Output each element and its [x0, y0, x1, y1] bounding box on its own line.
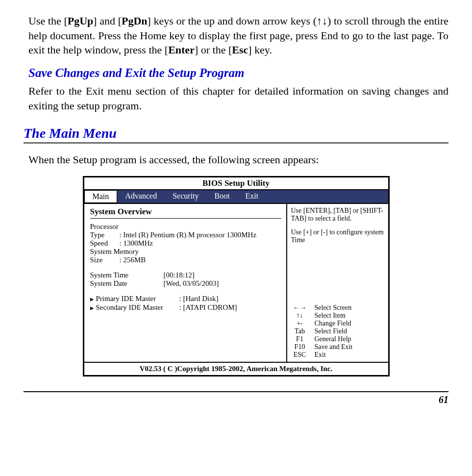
- label-type: Type: [90, 231, 120, 239]
- submenu-arrow-icon: ▸: [90, 295, 96, 303]
- text-segment: ] key.: [248, 44, 272, 56]
- page: Use the [PgUp] and [PgDn] keys or the up…: [0, 0, 472, 415]
- subheading-save-exit: Save Changes and Exit the Setup Program: [28, 66, 448, 80]
- key-icon: ESC: [291, 351, 309, 359]
- key-esc: Esc: [232, 44, 248, 56]
- value-system-time: [00:18:12]: [164, 271, 195, 279]
- key-pgup: PgUp: [68, 15, 94, 27]
- label-speed: Speed: [90, 239, 120, 248]
- heading-main-menu: The Main Menu: [24, 125, 448, 141]
- key-pgdn: PgDn: [122, 15, 148, 27]
- label-system-time: System Time: [90, 271, 164, 279]
- key-row: +-Change Field: [291, 320, 384, 327]
- key-row: ESCExit: [291, 351, 384, 359]
- key-desc: Change Field: [315, 320, 351, 327]
- key-icon: F1: [291, 335, 309, 343]
- value-type: Intel (R) Pentium (R) M processor 1300MH…: [120, 231, 257, 239]
- key-desc: Select Screen: [315, 304, 352, 312]
- bios-tab-main: Main: [84, 190, 118, 203]
- row-system-time: System Time [00:18:12]: [90, 271, 281, 279]
- key-row: TabSelect Field: [291, 327, 384, 335]
- label-primary-ide: Primary IDE Master: [96, 295, 179, 303]
- arrow-up-down-icon: ↑↓: [317, 15, 327, 27]
- key-row: ←→Select Screen: [291, 304, 384, 312]
- page-number: 61: [24, 391, 448, 405]
- system-overview-heading: System Overview: [90, 207, 281, 219]
- bios-left-panel: System Overview Processor Type Intel (R)…: [84, 204, 287, 362]
- system-memory-heading: System Memory: [90, 248, 281, 256]
- bios-tab-advanced: Advanced: [117, 190, 165, 203]
- paragraph-help-keys: Use the [PgUp] and [PgDn] keys or the up…: [28, 14, 448, 57]
- row-speed: Speed 1300MHz: [90, 239, 281, 248]
- key-legend: ←→Select Screen ↑↓Select Item +-Change F…: [291, 304, 384, 359]
- bios-body: System Overview Processor Type Intel (R)…: [84, 203, 388, 362]
- heading-divider: [24, 142, 448, 144]
- key-desc: Save and Exit: [315, 343, 353, 351]
- label-size: Size: [90, 256, 120, 264]
- bios-tab-exit: Exit: [238, 190, 267, 203]
- value-speed: 1300MHz: [120, 239, 153, 248]
- paragraph-setup-accessed: When the Setup program is accessed, the …: [28, 152, 448, 167]
- key-desc: Exit: [315, 351, 326, 359]
- key-desc: Select Field: [315, 327, 348, 335]
- processor-heading: Processor: [90, 223, 281, 231]
- key-row: F1General Help: [291, 335, 384, 343]
- key-desc: Select Item: [315, 312, 346, 320]
- row-size: Size 256MB: [90, 256, 281, 264]
- row-type: Type Intel (R) Pentium (R) M processor 1…: [90, 231, 281, 239]
- bios-right-panel: Use [ENTER], [TAB] or [SHIFT-TAB] to sel…: [287, 204, 388, 362]
- bios-title: BIOS Setup Utility: [84, 177, 388, 190]
- row-system-date: System Date [Wed, 03/05/2003]: [90, 279, 281, 288]
- row-secondary-ide: ▸ Secondary IDE Master [ATAPI CDROM]: [90, 303, 281, 312]
- text-segment: ] or the [: [195, 44, 232, 56]
- value-size: 256MB: [120, 256, 146, 264]
- help-line-1: Use [ENTER], [TAB] or [SHIFT-TAB] to sel…: [291, 207, 384, 223]
- key-icon: Tab: [291, 327, 309, 335]
- key-icon: ←→: [291, 304, 309, 312]
- paragraph-refer-exit: Refer to the Exit menu section of this c…: [28, 84, 448, 113]
- submenu-arrow-icon: ▸: [90, 303, 96, 312]
- key-icon: +-: [291, 320, 309, 327]
- label-system-date: System Date: [90, 279, 164, 288]
- bios-footer: V02.53 ( C )Copyright 1985-2002, America…: [84, 362, 388, 375]
- value-system-date: [Wed, 03/05/2003]: [164, 279, 219, 288]
- help-line-2: Use [+] or [-] to configure system Time: [291, 228, 384, 244]
- bios-tab-boot: Boot: [206, 190, 237, 203]
- text-segment: ] and [: [93, 15, 122, 27]
- text-segment: Use the [: [28, 15, 68, 27]
- bios-tab-security: Security: [165, 190, 206, 203]
- bios-tab-bar: Main Advanced Security Boot Exit: [84, 190, 388, 203]
- value-primary-ide: [Hard Disk]: [179, 295, 219, 303]
- key-enter: Enter: [168, 44, 195, 56]
- text-segment: ] keys or the up and down arrow keys (: [148, 15, 317, 27]
- key-icon: F10: [291, 343, 309, 351]
- key-row: F10Save and Exit: [291, 343, 384, 351]
- label-secondary-ide: Secondary IDE Master: [96, 303, 179, 312]
- field-help-text: Use [ENTER], [TAB] or [SHIFT-TAB] to sel…: [291, 207, 384, 244]
- row-primary-ide: ▸ Primary IDE Master [Hard Disk]: [90, 295, 281, 303]
- key-row: ↑↓Select Item: [291, 312, 384, 320]
- value-secondary-ide: [ATAPI CDROM]: [179, 303, 237, 312]
- key-desc: General Help: [315, 335, 351, 343]
- bios-screenshot: BIOS Setup Utility Main Advanced Securit…: [83, 176, 390, 376]
- key-icon: ↑↓: [291, 312, 309, 320]
